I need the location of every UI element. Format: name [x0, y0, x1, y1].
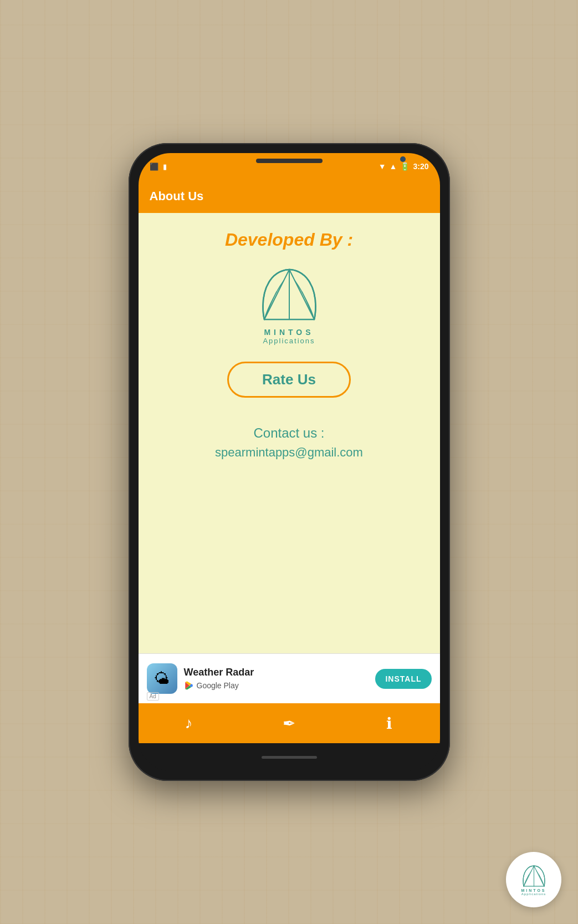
app-bar-title: About Us: [150, 189, 204, 204]
logo-container: MINTOS Applications: [253, 264, 325, 345]
ad-info: Weather Radar Google Play: [184, 667, 369, 691]
google-play-icon: [184, 681, 194, 691]
wifi-icon: ▼: [378, 162, 386, 171]
logo-name: MINTOS: [264, 328, 314, 337]
home-bar: [139, 743, 440, 771]
watermark-sub: Applications: [521, 892, 546, 896]
ad-store-text: Google Play: [197, 681, 239, 690]
battery-icon: 🔋: [400, 162, 410, 171]
signal-icon: ▲: [390, 162, 397, 171]
watermark-name: MINTOS: [521, 889, 546, 892]
contact-label: Contact us :: [215, 425, 363, 441]
feather-icon: ✒: [283, 714, 295, 733]
signal-small-icon: ▮: [163, 163, 167, 171]
contact-section: Contact us : spearmintapps@gmail.com: [215, 425, 363, 460]
phone-frame: ⬛ ▮ ▼ ▲ 🔋 3:20 About Us Developed By :: [129, 143, 450, 781]
logo-sub: Applications: [263, 337, 315, 345]
speaker-grill: [256, 159, 323, 163]
nav-item-info[interactable]: ℹ: [373, 707, 406, 740]
screenshot-icon: ⬛: [150, 163, 158, 171]
nav-item-write[interactable]: ✒: [272, 707, 305, 740]
status-bar: ⬛ ▮ ▼ ▲ 🔋 3:20: [139, 153, 440, 180]
music-note-icon: ♪: [185, 714, 192, 732]
install-button[interactable]: INSTALL: [375, 669, 431, 689]
watermark: MINTOS Applications: [506, 852, 561, 907]
status-time: 3:20: [413, 162, 428, 171]
rate-us-button[interactable]: Rate Us: [227, 362, 351, 398]
ad-title: Weather Radar: [184, 667, 369, 678]
ad-banner: 🌤 Weather Radar Google Play INSTALL Ad: [139, 653, 440, 703]
watermark-logo: [519, 864, 549, 889]
bottom-nav: ♪ ✒ ℹ: [139, 703, 440, 743]
contact-email[interactable]: spearmintapps@gmail.com: [215, 445, 363, 460]
ad-badge: Ad: [147, 692, 159, 700]
ad-icon: 🌤: [147, 663, 177, 694]
nav-item-music[interactable]: ♪: [172, 707, 205, 740]
app-bar: About Us: [139, 180, 440, 213]
info-icon: ℹ: [386, 714, 392, 733]
main-content: Developed By :: [139, 213, 440, 653]
camera-dot: [400, 156, 406, 162]
mintos-logo: [253, 264, 325, 325]
developed-by-label: Developed By :: [225, 230, 353, 250]
home-pill: [262, 756, 317, 759]
